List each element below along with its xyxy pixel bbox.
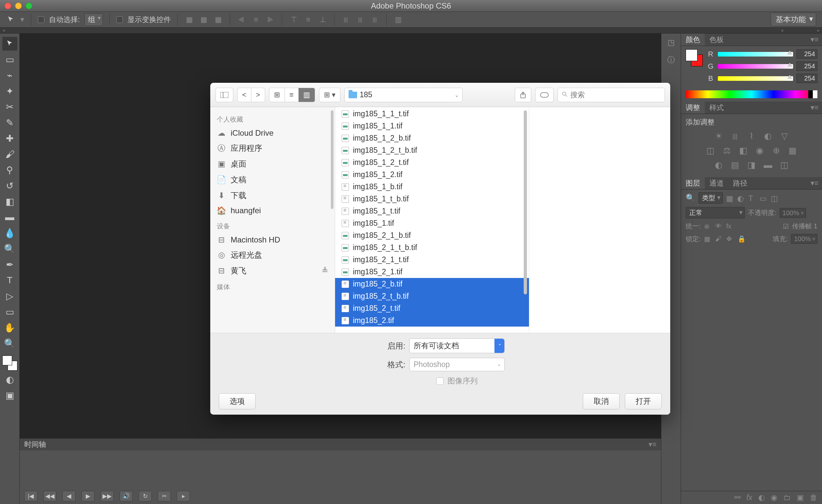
filter-smart-icon[interactable]: ◫ [771, 194, 779, 202]
sidebar-item[interactable]: 🏠huangfei [210, 203, 335, 218]
pen-tool[interactable]: ✒ [2, 258, 17, 272]
play-back-button[interactable]: ◀ [62, 491, 76, 501]
panel-menu-icon[interactable]: ▾≡ [649, 440, 657, 449]
align-left-icon[interactable]: ⫷ [237, 15, 247, 25]
new-group-icon[interactable]: 🗀 [783, 493, 791, 502]
file-row[interactable]: img185_1_t.tif [335, 205, 529, 217]
delete-layer-icon[interactable]: 🗑 [810, 493, 817, 502]
minimize-window-button[interactable] [15, 3, 22, 9]
align-icon[interactable]: ▦ [213, 15, 223, 25]
panel-menu-icon[interactable]: ▾≡ [807, 179, 822, 187]
bw-icon[interactable]: ◧ [738, 145, 749, 156]
sidebar-item[interactable]: ⊟Macintosh HD [210, 232, 335, 247]
eyedropper-tool[interactable]: ✎ [2, 116, 17, 129]
next-frame-button[interactable]: ▶▶ [100, 491, 114, 501]
b-slider[interactable] [718, 76, 793, 81]
sidebar-toggle-button[interactable] [216, 88, 233, 102]
file-row[interactable]: img185_1_1.tif [335, 120, 529, 132]
distribute-icon[interactable]: ⫼ [356, 15, 365, 25]
g-value[interactable]: 254 [796, 61, 817, 71]
move-tool-icon[interactable] [6, 15, 16, 25]
sidebar-scrollbar[interactable] [331, 110, 334, 209]
file-row[interactable]: img185_2_b.tif [335, 278, 529, 290]
format-dropdown[interactable]: Photoshop [409, 358, 505, 371]
unify-visibility-icon[interactable]: 👁 [715, 222, 723, 230]
distribute-icon[interactable]: ⫼ [370, 15, 380, 25]
align-icon[interactable]: ▦ [184, 15, 194, 25]
align-bottom-icon[interactable]: ⊥ [318, 15, 328, 25]
zoom-window-button[interactable] [26, 3, 32, 9]
lock-all-icon[interactable]: 🔒 [738, 235, 746, 243]
search-input[interactable] [570, 91, 661, 99]
sidebar-item[interactable]: ☁iCloud Drive [210, 126, 335, 140]
search-field[interactable] [557, 88, 665, 102]
collapse-dock-icon[interactable]: « » [781, 28, 819, 33]
vibrance-icon[interactable]: ▽ [779, 130, 790, 142]
file-row[interactable]: img185_2_1.tif [335, 266, 529, 278]
mixer-icon[interactable]: ⊕ [771, 145, 782, 156]
arrange-dropdown[interactable]: ⊞ ▾ [319, 88, 340, 102]
threshold-icon[interactable]: ◨ [746, 159, 757, 170]
file-row[interactable]: img185_2_t.tif [335, 302, 529, 315]
lock-position-icon[interactable]: ✥ [726, 235, 734, 243]
lasso-tool[interactable]: ⌁ [2, 68, 17, 82]
move-tool[interactable] [2, 37, 17, 51]
heal-tool[interactable]: ✚ [2, 131, 17, 145]
styles-tab[interactable]: 样式 [705, 101, 728, 114]
split-button[interactable]: ✂ [158, 491, 171, 501]
crop-tool[interactable]: ✂ [2, 100, 17, 114]
file-row[interactable]: img185_1_b.tif [335, 181, 529, 193]
file-row[interactable]: img185_1.tif [335, 217, 529, 229]
layer-fx-icon[interactable]: fx [746, 493, 752, 502]
b-value[interactable]: 254 [796, 74, 817, 83]
eraser-tool[interactable]: ◧ [2, 194, 17, 208]
r-slider[interactable] [718, 52, 793, 56]
marquee-tool[interactable]: ▭ [2, 53, 17, 66]
cancel-button[interactable]: 取消 [583, 393, 620, 409]
distribute-icon[interactable]: ⫼ [341, 15, 351, 25]
layer-mask-icon[interactable]: ◐ [758, 493, 765, 502]
close-window-button[interactable] [5, 3, 11, 9]
file-row[interactable]: img185_1_2_b.tif [335, 132, 529, 144]
icon-view-button[interactable]: ⊞ [269, 88, 285, 102]
sidebar-item[interactable]: ◎远程光盘 [210, 247, 335, 263]
panel-menu-icon[interactable]: ▾≡ [807, 103, 822, 112]
r-value[interactable]: 254 [796, 49, 817, 59]
file-row[interactable]: img185_1_2.tif [335, 168, 529, 181]
tags-button[interactable] [535, 88, 553, 102]
auto-select-dropdown[interactable]: 组 [84, 13, 103, 26]
photo-filter-icon[interactable]: ◉ [754, 145, 766, 156]
new-layer-icon[interactable]: ▣ [797, 493, 804, 502]
list-view-button[interactable]: ≡ [285, 88, 299, 102]
file-row[interactable]: img185_2.tif [335, 315, 529, 327]
color-spectrum[interactable] [686, 90, 817, 98]
transition-button[interactable]: ▸ [177, 491, 190, 501]
filter-shape-icon[interactable]: ▭ [760, 194, 768, 202]
hand-tool[interactable]: ✋ [2, 321, 17, 335]
paths-tab[interactable]: 路径 [728, 177, 752, 189]
hue-icon[interactable]: ◫ [705, 145, 716, 156]
sidebar-item[interactable]: ⬇下载 [210, 187, 335, 203]
align-center-icon[interactable]: ≡ [251, 15, 261, 25]
filter-type-dropdown[interactable]: 类型 [699, 192, 723, 204]
link-layers-icon[interactable]: ⚯ [734, 493, 741, 502]
align-middle-icon[interactable]: ≡ [303, 15, 313, 25]
forward-button[interactable]: > [251, 88, 265, 102]
sidebar-item[interactable]: 📄文稿 [210, 172, 335, 187]
lookup-icon[interactable]: ▦ [787, 145, 798, 156]
channels-tab[interactable]: 通道 [705, 177, 728, 189]
file-row[interactable]: img185_1_2_t_b.tif [335, 144, 529, 156]
adjustments-tab[interactable]: 调整 [681, 101, 705, 114]
screenmode-tool[interactable]: ▣ [2, 388, 17, 402]
dodge-tool[interactable]: 🔍 [2, 242, 17, 256]
options-button[interactable]: 选项 [219, 393, 256, 409]
align-icon[interactable]: ▦ [199, 15, 209, 25]
color-swatch[interactable] [2, 356, 17, 371]
workspace-dropdown[interactable]: 基本功能 [771, 13, 816, 26]
file-row[interactable]: img185_2_1_t.tif [335, 254, 529, 266]
selective-icon[interactable]: ◫ [779, 159, 790, 170]
exposure-icon[interactable]: ◐ [763, 130, 774, 142]
expand-dock-icon[interactable]: » [3, 28, 5, 33]
swatches-tab[interactable]: 色板 [705, 33, 728, 46]
column-view-button[interactable]: ▥ [298, 88, 315, 102]
